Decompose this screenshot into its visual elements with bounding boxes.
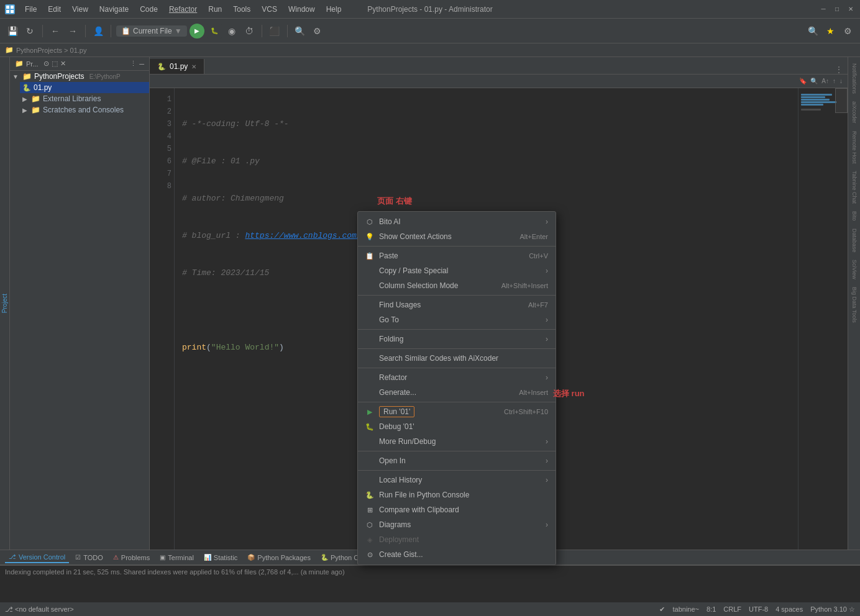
ctx-text-paste: Paste [379,251,398,260]
context-menu-run-annotation: 选择 run [553,388,585,399]
context-menu-title-label: 页面 右键 [377,196,412,207]
ctx-sep-7 [358,451,556,451]
find-icon [365,301,374,309]
ctx-text-debug-01: Debug '01' [379,422,414,431]
ctx-text-local-history: Local History [379,476,422,484]
ctx-item-compare-clipboard[interactable]: ⊞ Compare with Clipboard [358,502,556,517]
ctx-arrow-bito: › [546,217,548,226]
ctx-label-open-in: Open In [365,456,406,465]
ctx-arrow-copy-paste: › [546,266,548,275]
ctx-arrow-diagrams: › [546,520,548,529]
ctx-text-search-similar: Search Similar Codes with AiXcoder [379,354,498,363]
ctx-item-find-usages[interactable]: Find Usages Alt+F7 [358,297,556,312]
goto-icon [365,315,374,324]
ctx-label-debug-01: 🐛 Debug '01' [365,422,414,431]
ctx-arrow-refactor: › [546,373,548,382]
ctx-shortcut-generate: Alt+Insert [519,389,548,396]
ctx-shortcut-context-actions: Alt+Enter [519,233,548,240]
ctx-arrow-folding: › [546,335,548,343]
ctx-label-diagrams: ⬡ Diagrams [365,520,411,529]
ctx-text-context-actions: Show Context Actions [379,232,452,241]
ctx-label-folding: Folding [365,335,403,343]
compare-icon: ⊞ [365,505,374,514]
ctx-label-copy-paste-special: Copy / Paste Special [365,266,448,275]
python-console-icon: 🐍 [365,491,374,499]
ctx-text-folding: Folding [379,335,403,343]
ctx-sep-2 [358,295,556,296]
ctx-text-refactor: Refactor [379,373,407,382]
ctx-item-more-run-debug[interactable]: More Run/Debug › [358,434,556,449]
ctx-label-refactor: Refactor [365,373,407,382]
open-in-icon [365,456,374,465]
copy-special-icon [365,266,374,275]
ctx-arrow-local-history: › [546,476,548,484]
ctx-item-local-history[interactable]: Local History › [358,473,556,487]
ctx-item-run-python-console[interactable]: 🐍 Run File in Python Console [358,487,556,502]
ctx-text-copy-paste-special: Copy / Paste Special [379,266,448,275]
context-menu: ⬡ Bito AI › 💡 Show Context Actions Alt+E… [357,211,556,565]
ctx-item-diagrams[interactable]: ⬡ Diagrams › [358,517,556,532]
ctx-item-generate[interactable]: Generate... Alt+Insert [358,385,556,400]
ctx-text-create-gist: Create Gist... [379,550,423,559]
ctx-label-compare-clipboard: ⊞ Compare with Clipboard [365,505,459,514]
ctx-text-open-in: Open In [379,456,406,465]
ctx-text-diagrams: Diagrams [379,520,411,529]
ctx-item-search-similar[interactable]: Search Similar Codes with AiXcoder [358,351,556,366]
ctx-shortcut-paste: Ctrl+V [529,252,548,260]
ctx-item-refactor[interactable]: Refactor › [358,370,556,385]
paste-icon: 📋 [365,251,374,260]
ctx-label-deployment: ◈ Deployment [365,535,419,544]
ctx-sep-4 [358,348,556,349]
ctx-arrow-more-run: › [546,437,548,446]
ctx-item-copy-paste-special[interactable]: Copy / Paste Special › [358,263,556,278]
ctx-shortcut-find-usages: Alt+F7 [528,301,548,309]
ai-search-icon [365,354,374,363]
ctx-text-column-selection: Column Selection Mode [379,281,458,290]
generate-icon [365,388,374,397]
ctx-arrow-open-in: › [546,456,548,465]
ctx-item-bito-ai[interactable]: ⬡ Bito AI › [358,214,556,229]
run-green-icon: ▶ [365,407,374,416]
ctx-text-find-usages: Find Usages [379,301,421,309]
ctx-sep-8 [358,470,556,471]
ctx-text-bito-ai: Bito AI [379,217,401,226]
ctx-item-column-selection[interactable]: Column Selection Mode Alt+Shift+Insert [358,278,556,293]
ctx-text-run-python-console: Run File in Python Console [379,491,469,499]
ctx-label-create-gist: ⊙ Create Gist... [365,550,423,559]
ctx-sep-1 [358,246,556,247]
ctx-text-run-01: Run '01' [379,406,414,417]
ctx-label-bito-ai: ⬡ Bito AI [365,217,401,226]
ctx-label-more-run-debug: More Run/Debug [365,437,436,446]
ctx-text-generate: Generate... [379,388,416,397]
bito-icon: ⬡ [365,217,374,226]
ctx-item-goto[interactable]: Go To › [358,312,556,327]
deployment-icon: ◈ [365,535,374,544]
ctx-label-generate: Generate... [365,388,416,397]
ctx-label-run-python-console: 🐍 Run File in Python Console [365,491,469,499]
diagrams-icon: ⬡ [365,520,374,529]
ctx-item-context-actions[interactable]: 💡 Show Context Actions Alt+Enter [358,229,556,244]
github-icon: ⊙ [365,550,374,559]
refactor-icon [365,373,374,382]
ctx-text-goto: Go To [379,315,399,324]
ctx-label-goto: Go To [365,315,399,324]
ctx-label-local-history: Local History [365,476,422,484]
ctx-arrow-goto: › [546,315,548,324]
ctx-item-run-01[interactable]: ▶ Run '01' Ctrl+Shift+F10 [358,404,556,419]
ctx-item-deployment: ◈ Deployment [358,532,556,547]
ctx-sep-3 [358,329,556,330]
ctx-item-create-gist[interactable]: ⊙ Create Gist... [358,547,556,562]
debug-icon: 🐛 [365,422,374,431]
ctx-sep-5 [358,368,556,368]
ctx-item-paste[interactable]: 📋 Paste Ctrl+V [358,248,556,263]
history-icon [365,476,374,484]
ctx-item-open-in[interactable]: Open In › [358,453,556,468]
ctx-item-folding[interactable]: Folding › [358,332,556,346]
ctx-text-more-run-debug: More Run/Debug [379,437,436,446]
ctx-item-debug-01[interactable]: 🐛 Debug '01' [358,419,556,434]
ctx-shortcut-column-selection: Alt+Shift+Insert [501,282,548,289]
ctx-label-search-similar: Search Similar Codes with AiXcoder [365,354,498,363]
context-menu-overlay: 页面 右键 选择 run ⬡ Bito AI › 💡 Show Context … [0,0,860,616]
ctx-label-run-01: ▶ Run '01' [365,406,414,417]
ctx-label-column-selection: Column Selection Mode [365,281,458,290]
